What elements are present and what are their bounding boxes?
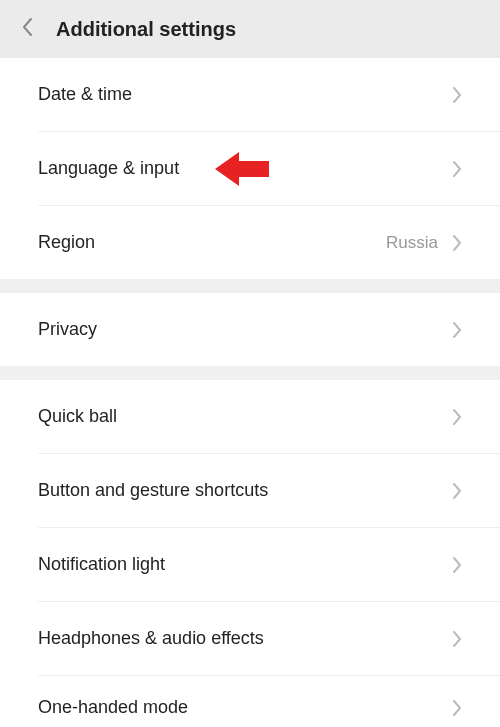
chevron-right-icon bbox=[452, 321, 462, 339]
row-label: One-handed mode bbox=[38, 697, 452, 718]
settings-section: Quick ball Button and gesture shortcuts … bbox=[0, 380, 500, 727]
row-label: Notification light bbox=[38, 554, 452, 575]
header-bar: Additional settings bbox=[0, 0, 500, 58]
row-label: Quick ball bbox=[38, 406, 452, 427]
settings-section: Date & time Language & input Region Russ… bbox=[0, 58, 500, 279]
row-date-time[interactable]: Date & time bbox=[0, 58, 500, 131]
chevron-right-icon bbox=[452, 699, 462, 717]
settings-section: Privacy bbox=[0, 293, 500, 366]
row-privacy[interactable]: Privacy bbox=[0, 293, 500, 366]
chevron-right-icon bbox=[452, 160, 462, 178]
row-region[interactable]: Region Russia bbox=[0, 206, 500, 279]
row-language-input[interactable]: Language & input bbox=[0, 132, 500, 205]
row-one-handed-mode[interactable]: One-handed mode bbox=[0, 676, 500, 727]
row-notification-light[interactable]: Notification light bbox=[0, 528, 500, 601]
chevron-right-icon bbox=[452, 630, 462, 648]
chevron-left-icon bbox=[21, 17, 33, 41]
row-label: Date & time bbox=[38, 84, 452, 105]
row-label: Language & input bbox=[38, 158, 452, 179]
row-label: Headphones & audio effects bbox=[38, 628, 452, 649]
chevron-right-icon bbox=[452, 86, 462, 104]
row-label: Region bbox=[38, 232, 386, 253]
back-button[interactable] bbox=[16, 18, 38, 40]
chevron-right-icon bbox=[452, 234, 462, 252]
row-label: Button and gesture shortcuts bbox=[38, 480, 452, 501]
row-button-gesture-shortcuts[interactable]: Button and gesture shortcuts bbox=[0, 454, 500, 527]
row-label: Privacy bbox=[38, 319, 452, 340]
chevron-right-icon bbox=[452, 556, 462, 574]
row-headphones-audio-effects[interactable]: Headphones & audio effects bbox=[0, 602, 500, 675]
chevron-right-icon bbox=[452, 408, 462, 426]
row-value: Russia bbox=[386, 233, 438, 253]
page-title: Additional settings bbox=[56, 18, 236, 41]
row-quick-ball[interactable]: Quick ball bbox=[0, 380, 500, 453]
chevron-right-icon bbox=[452, 482, 462, 500]
